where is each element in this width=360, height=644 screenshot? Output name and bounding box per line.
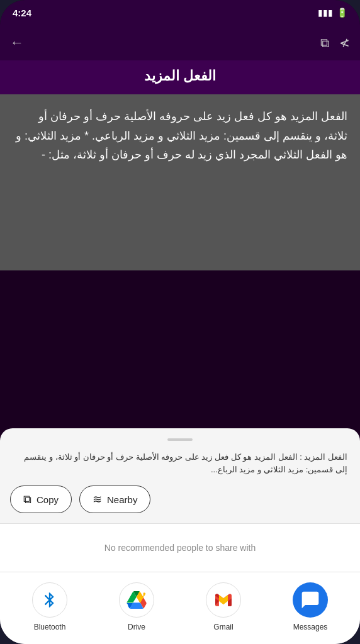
copy-button[interactable]: ⧉ Copy <box>10 486 72 513</box>
status-icons: ▮▮▮ 🔋 <box>318 8 347 18</box>
share-icon[interactable]: ≮ <box>339 35 350 50</box>
nearby-button[interactable]: ≋ Nearby <box>79 486 150 513</box>
gmail-app-icon <box>206 582 241 618</box>
page-title-bar: الفعل المزيد <box>0 60 360 94</box>
top-bar-actions: ⧉ ≮ <box>320 35 350 50</box>
status-time: 4:24 <box>13 8 31 18</box>
app-item-messages[interactable]: Messages <box>285 582 335 631</box>
drive-svg <box>127 591 147 609</box>
phone-frame: 4:24 ▮▮▮ 🔋 ← ⧉ ≮ الفعل المزيد الفعل المز… <box>0 0 360 644</box>
signal-icon: ▮▮▮ <box>318 8 333 18</box>
top-bar: ← ⧉ ≮ <box>0 25 360 60</box>
nearby-label: Nearby <box>107 494 137 505</box>
app-item-drive[interactable]: Drive <box>111 582 162 631</box>
content-card: الفعل المزيد هو كل فعل زيد على حروفه الأ… <box>0 94 360 270</box>
copy-icon[interactable]: ⧉ <box>320 36 329 50</box>
share-actions-row: ⧉ Copy ≋ Nearby <box>0 486 360 523</box>
copy-label: Copy <box>37 494 59 505</box>
back-button[interactable]: ← <box>10 35 24 51</box>
bluetooth-svg <box>41 591 59 609</box>
copy-btn-icon: ⧉ <box>23 493 31 506</box>
status-bar: 4:24 ▮▮▮ 🔋 <box>0 0 360 25</box>
battery-icon: 🔋 <box>337 8 347 18</box>
no-recommend-text: No recommended people to share with <box>0 524 360 572</box>
share-sheet: الفعل المزيد : الفعل المزيد هو كل فعل زي… <box>0 428 360 644</box>
app-list: Bluetooth Drive <box>0 572 360 644</box>
app-item-gmail[interactable]: Gmail <box>198 582 249 631</box>
gmail-label: Gmail <box>213 623 233 631</box>
share-preview-text: الفعل المزيد : الفعل المزيد هو كل فعل زي… <box>0 451 360 486</box>
drive-app-icon <box>119 582 154 618</box>
messages-label: Messages <box>293 623 328 631</box>
app-item-bluetooth[interactable]: Bluetooth <box>25 582 75 631</box>
nearby-btn-icon: ≋ <box>93 492 102 506</box>
gmail-svg <box>213 592 234 608</box>
messages-app-icon <box>293 582 328 618</box>
drive-label: Drive <box>128 623 145 631</box>
sheet-handle <box>167 438 193 441</box>
content-text: الفعل المزيد هو كل فعل زيد على حروفه الأ… <box>13 107 347 165</box>
bluetooth-app-icon <box>32 582 67 618</box>
bluetooth-label: Bluetooth <box>34 623 66 631</box>
page-title: الفعل المزيد <box>10 68 350 84</box>
messages-svg <box>300 590 320 610</box>
